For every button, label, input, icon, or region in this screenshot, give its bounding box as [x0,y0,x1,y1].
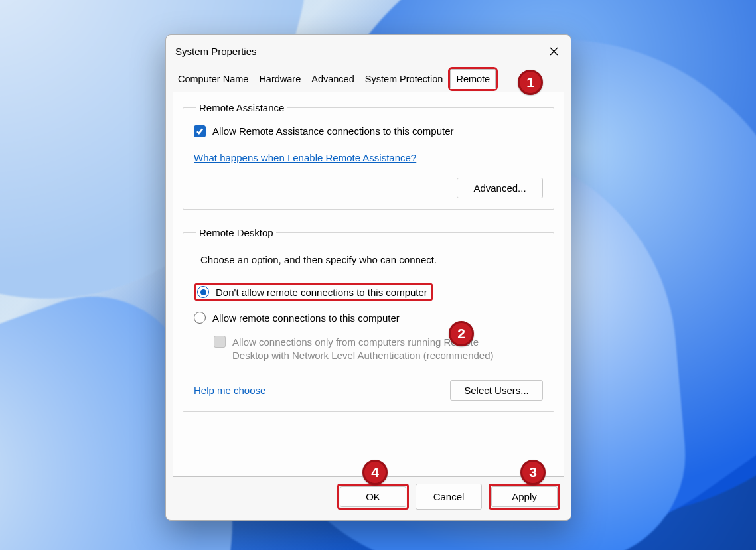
button-select-users[interactable]: Select Users... [450,380,543,401]
text-choose-option: Choose an option, and then specify who c… [200,254,543,265]
annotation-badge-2: 2 [449,321,474,346]
titlebar: System Properties [166,35,571,64]
button-apply[interactable]: Apply [491,486,558,507]
button-cancel[interactable]: Cancel [416,484,482,510]
group-remote-desktop: Remote Desktop Choose an option, and the… [183,227,554,412]
annotation-badge-1: 1 [518,70,543,95]
button-advanced[interactable]: Advanced... [457,178,543,198]
tab-system-protection[interactable]: System Protection [360,67,449,91]
checkbox-allow-remote-assistance[interactable] [194,125,206,137]
tabs-bar: Computer Name Hardware Advanced System P… [166,64,571,92]
tab-hardware[interactable]: Hardware [254,67,306,91]
system-properties-window: System Properties Computer Name Hardware… [165,34,571,521]
link-remote-assistance-help[interactable]: What happens when I enable Remote Assist… [194,152,416,163]
radio-dont-allow[interactable] [197,286,209,298]
tab-remote[interactable]: Remote [450,69,496,89]
annotation-badge-4: 3 [520,460,546,485]
radio-allow[interactable] [194,312,206,324]
annotation-badge-3: 4 [362,460,388,485]
label-allow[interactable]: Allow remote connections to this compute… [212,312,400,324]
window-title: System Properties [175,46,257,57]
button-ok[interactable]: OK [340,486,406,507]
link-help-me-choose[interactable]: Help me choose [194,385,265,396]
check-icon [196,127,204,135]
close-icon [550,47,558,56]
tab-content-remote: Remote Assistance Allow Remote Assistanc… [173,92,564,477]
checkbox-nla [214,336,226,348]
dialog-footer: OK Cancel Apply [166,484,571,520]
group-title: Remote Assistance [196,102,287,113]
close-button[interactable] [543,42,564,60]
group-remote-assistance: Remote Assistance Allow Remote Assistanc… [183,102,554,210]
group-title: Remote Desktop [196,227,276,238]
label-dont-allow[interactable]: Don't allow remote connections to this c… [216,287,427,298]
tab-advanced[interactable]: Advanced [306,67,360,91]
annotation-highlight-tab-remote: Remote [448,67,498,91]
tab-computer-name[interactable]: Computer Name [173,67,254,91]
annotation-highlight-apply: Apply [489,484,560,510]
label-allow-remote-assistance[interactable]: Allow Remote Assistance connections to t… [212,125,454,137]
annotation-highlight-ok: OK [337,484,409,510]
